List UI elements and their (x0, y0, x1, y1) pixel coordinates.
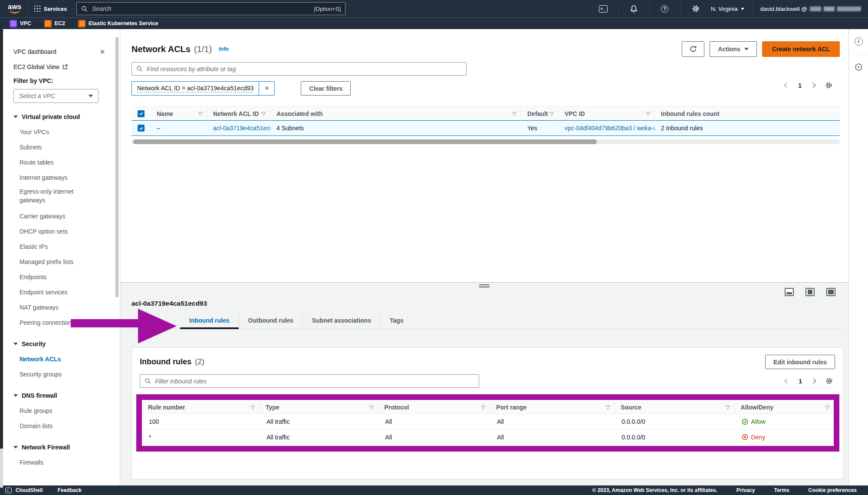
column-label: VPC ID (565, 110, 585, 117)
clear-filters-button[interactable]: Clear filters (301, 81, 351, 96)
global-search[interactable]: [Option+S] (76, 2, 345, 15)
sidebar-section-virtual-private-cloud[interactable]: Virtual private cloud (13, 109, 120, 124)
sidebar-item-subnets[interactable]: Subnets (13, 139, 120, 155)
sidebar-item-carrier-gateways[interactable]: Carrier gateways (13, 208, 120, 224)
column-header-allow-deny[interactable]: Allow/Deny▽ (735, 400, 834, 414)
vpc-id-link[interactable]: vpc-04df404d79b620ba3 / weka-vpc (565, 125, 655, 132)
favorite-ec2[interactable]: EC2 (44, 20, 65, 27)
tab-inbound-rules[interactable]: Inbound rules (180, 312, 239, 329)
column-header-default[interactable]: Default▽ (521, 106, 559, 121)
column-header-port-range[interactable]: Port range▽ (490, 400, 615, 414)
favorite-vpc[interactable]: VPC (10, 20, 31, 27)
sidebar-item-endpoints[interactable]: Endpoints (13, 269, 120, 284)
associated-subnets-popover[interactable]: 4 Subnets (276, 125, 304, 132)
tab-outbound-rules[interactable]: Outbound rules (239, 312, 302, 329)
actions-dropdown-button[interactable]: Actions (710, 41, 756, 57)
previous-page-icon[interactable] (784, 82, 789, 88)
aws-logo[interactable]: aws (8, 4, 22, 13)
region-selector[interactable]: N. Virginia (711, 6, 744, 12)
inbound-rules-preferences-button[interactable] (825, 377, 833, 385)
next-page-icon[interactable] (810, 82, 816, 88)
sidebar-item-domain-lists[interactable]: Domain lists (13, 418, 120, 433)
help-button[interactable]: ? (658, 3, 672, 15)
settings-button[interactable] (688, 3, 703, 15)
sort-icon: ▽ (825, 404, 829, 410)
previous-page-icon[interactable] (784, 378, 790, 384)
sidebar-item-vpc-dashboard[interactable]: VPC dashboard (13, 48, 56, 55)
sidebar-section-dns-firewall[interactable]: DNS firewall (13, 388, 120, 403)
next-page-icon[interactable] (811, 378, 816, 384)
current-page[interactable]: 1 (799, 378, 802, 385)
terms-link[interactable]: Terms (774, 487, 789, 493)
sidebar-item-elastic-ips[interactable]: Elastic IPs (13, 239, 120, 254)
info-panel-button[interactable]: i (849, 29, 868, 54)
sidebar-item-endpoint-services[interactable]: Endpoint services (13, 284, 120, 300)
column-header-rule-number[interactable]: Rule number▽ (142, 400, 260, 414)
inbound-rules-filter-input[interactable] (155, 378, 474, 385)
sidebar-item-security-groups[interactable]: Security groups (13, 366, 120, 382)
sidebar-item-dhcp-option-sets[interactable]: DHCP option sets (13, 224, 120, 239)
select-vpc-dropdown[interactable]: Select a VPC (13, 89, 99, 103)
favorite-eks[interactable]: Elastic Kubernetes Service (78, 20, 158, 27)
panel-size-medium-button[interactable] (806, 288, 815, 296)
cell-source: 0.0.0.0/0 (615, 434, 734, 441)
account-menu[interactable]: david.blackwell @ (760, 6, 861, 12)
column-header-inbound-rules-count[interactable]: Inbound rules count (655, 106, 840, 121)
create-network-acl-button[interactable]: Create network ACL (762, 41, 840, 57)
row-checkbox[interactable] (138, 125, 145, 132)
sidebar-close-icon[interactable]: × (100, 47, 105, 56)
rule-row[interactable]: * All traffic All All 0.0.0.0/0 Deny (142, 429, 834, 445)
filter-chip-remove-icon[interactable]: × (259, 82, 274, 95)
info-link[interactable]: Info (219, 46, 229, 52)
rule-row[interactable]: 100 All traffic All All 0.0.0.0/0 Allow (142, 414, 834, 429)
split-panel-drag-handle[interactable] (479, 284, 490, 287)
horizontal-scrollbar[interactable] (132, 139, 840, 144)
sidebar-section-network-firewall[interactable]: Network Firewall (13, 439, 120, 455)
account-org-redacted (810, 7, 861, 11)
global-search-input[interactable] (92, 5, 309, 12)
sidebar-item-firewalls[interactable]: Firewalls (13, 455, 120, 470)
column-header-protocol[interactable]: Protocol▽ (378, 400, 490, 414)
feedback-link[interactable]: Feedback (58, 487, 82, 493)
cloudshell-button[interactable]: >_ (596, 3, 611, 15)
sidebar-item-peering-connections[interactable]: Peering connections (13, 315, 120, 330)
refresh-button[interactable] (682, 41, 704, 57)
select-all-checkbox[interactable] (138, 110, 145, 117)
sidebar-item-managed-prefix-lists[interactable]: Managed prefix lists (13, 254, 120, 269)
panel-size-small-button[interactable] (785, 288, 794, 296)
list-preferences-button[interactable] (825, 81, 833, 89)
privacy-link[interactable]: Privacy (736, 487, 755, 493)
tab-tags[interactable]: Tags (381, 312, 413, 329)
column-header-type[interactable]: Type▽ (260, 400, 378, 414)
sidebar-section-security[interactable]: Security (13, 336, 120, 351)
inbound-rules-filter[interactable] (140, 374, 479, 388)
table-row[interactable]: – acl-0a3719e4ca51ecd93 4 Subnets Yes vp… (132, 120, 840, 136)
sidebar-item-rule-groups[interactable]: Rule groups (13, 403, 120, 418)
sidebar-item-egress-only-internet-gateways[interactable]: Egress-only internet gateways (13, 185, 96, 208)
sidebar-item-nat-gateways[interactable]: NAT gateways (13, 300, 120, 315)
sidebar-item-route-tables[interactable]: Route tables (13, 155, 120, 170)
resource-search[interactable] (132, 62, 467, 76)
notifications-panel-button[interactable] (849, 54, 868, 79)
column-header-source[interactable]: Source▽ (615, 400, 734, 414)
sidebar-item-your-vpcs[interactable]: Your VPCs (13, 124, 120, 139)
sidebar-item-internet-gateways[interactable]: Internet gateways (13, 170, 120, 185)
column-header-acl-id[interactable]: Network ACL ID▽ (207, 106, 270, 121)
edit-inbound-rules-button[interactable]: Edit inbound rules (765, 355, 835, 369)
resource-search-input[interactable] (147, 66, 462, 73)
column-header-name[interactable]: Name▽ (151, 106, 207, 121)
sidebar-item-network-acls[interactable]: Network ACLs (13, 351, 120, 366)
sidebar-item-ec2-global-view[interactable]: EC2 Global View (13, 63, 68, 70)
tab-subnet-associations[interactable]: Subnet associations (303, 312, 380, 329)
column-header-associated-with[interactable]: Associated with▽ (270, 106, 521, 121)
panel-size-full-button[interactable] (826, 288, 835, 296)
column-header-vpc-id[interactable]: VPC ID▽ (559, 106, 655, 121)
scrollbar-thumb[interactable] (133, 139, 597, 144)
sidebar-scrollbar[interactable] (115, 37, 118, 297)
cookie-preferences-link[interactable]: Cookie preferences (809, 487, 857, 493)
services-menu-button[interactable]: Services (28, 0, 73, 17)
cloudshell-footer-button[interactable]: >_ CloudShell (5, 487, 43, 493)
acl-id-link[interactable]: acl-0a3719e4ca51ecd93 (213, 125, 270, 132)
current-page[interactable]: 1 (798, 82, 802, 89)
notifications-button[interactable] (627, 3, 641, 15)
